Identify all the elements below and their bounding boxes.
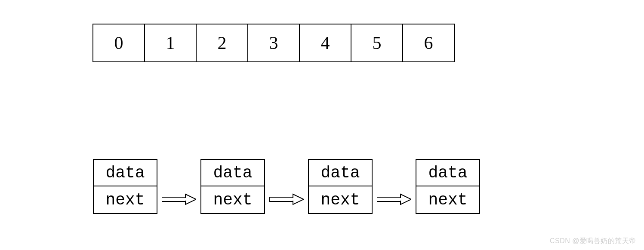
list-node: data next [200,159,265,214]
svg-rect-0 [162,197,185,201]
list-node: data next [416,159,480,214]
node-next-label: next [309,186,372,213]
array-cell: 3 [247,24,300,62]
node-data-label: data [201,160,264,186]
array-diagram: 0 1 2 3 4 5 6 [92,24,455,62]
svg-marker-4 [293,194,304,204]
node-next-label: next [94,186,157,213]
svg-rect-6 [377,197,401,201]
linked-list-diagram: data next data next data next data next [93,159,480,214]
svg-marker-7 [401,194,411,204]
list-node: data next [308,159,373,214]
svg-rect-8 [400,198,401,201]
svg-marker-1 [185,194,196,204]
svg-rect-5 [292,198,294,201]
array-cell: 2 [196,24,248,62]
arrow-right-icon [162,193,196,206]
node-data-label: data [416,160,479,186]
list-node: data next [93,159,157,214]
arrow-right-icon [269,193,304,206]
array-cell: 4 [299,24,351,62]
array-cell: 5 [351,24,403,62]
node-data-label: data [94,160,157,186]
node-next-label: next [416,186,479,213]
svg-rect-2 [185,198,186,201]
array-cell: 6 [402,24,455,62]
array-cell: 1 [144,24,197,62]
array-cell: 0 [92,24,145,62]
node-next-label: next [201,186,264,213]
watermark-text: CSDN @爱喝兽奶的荒天帝 [550,237,636,246]
node-data-label: data [309,160,372,186]
arrow-right-icon [377,193,411,206]
svg-rect-3 [269,197,293,201]
